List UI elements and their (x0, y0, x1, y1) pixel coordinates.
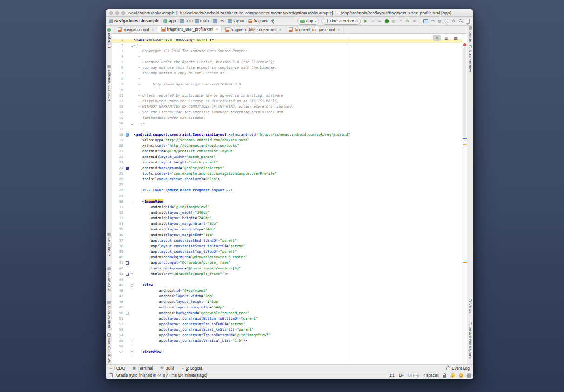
gradle-status-icon[interactable] (467, 373, 471, 378)
code-line[interactable]: 22 android:layout_width="match_parent" (112, 154, 462, 160)
color-white-gutter-icon[interactable] (126, 312, 129, 315)
tool-stripe-button-build-variants[interactable]: Build Variants (106, 301, 112, 328)
code-line[interactable]: 52 app:layout_constraintEnd_toEndOf="par… (112, 321, 462, 327)
code-line[interactable]: 13 ~ WITHOUT WARRANTIES OR CONDITIONS OF… (112, 104, 462, 110)
image-frame-gutter-icon[interactable] (126, 261, 129, 265)
code-line[interactable]: 30 <ImageView (112, 199, 462, 204)
tool-stripe-button-resource-manager[interactable]: Resource Manager (106, 65, 112, 101)
code-line[interactable]: 36 android:layout_marginEnd="8dp" (112, 232, 462, 238)
apply-changes-button[interactable]: ↻ (370, 18, 376, 24)
editor-scrollbar[interactable] (462, 34, 467, 364)
line-separator-widget[interactable]: LF (399, 373, 404, 378)
minimize-window-button[interactable] (115, 11, 119, 15)
code-line[interactable]: 40 android:background="@drawable/avatar_… (112, 255, 462, 260)
tab-navigation.xml[interactable]: navigation.xml× (114, 26, 158, 33)
indent-widget[interactable]: 4 spaces (423, 373, 439, 378)
code-line[interactable]: 17 (112, 126, 462, 132)
fold-marker-icon[interactable] (131, 340, 133, 342)
code-line[interactable]: 5 ~ Licensed under the Apache License, V… (112, 59, 462, 65)
code-view-button[interactable]: ≡ (433, 35, 441, 41)
tab-close-icon[interactable]: × (338, 27, 340, 32)
scrollbar-stripe-mark[interactable] (463, 144, 467, 145)
breadcrumb-item-layout[interactable]: layout (228, 19, 244, 23)
code-line[interactable]: 11 ~ Unless required by applicable law o… (112, 93, 462, 98)
fold-marker-icon[interactable] (131, 45, 133, 47)
code-line[interactable]: 3 ~ Copyright (C) 2018 The Android Open … (112, 48, 462, 54)
tab-fragment_title_screen.xml[interactable]: fragment_title_screen.xml× (222, 26, 285, 33)
assistant-button[interactable] (464, 18, 471, 24)
code-line[interactable]: 53 app:layout_constraintStart_toStartOf=… (112, 327, 462, 333)
code-line[interactable]: 48 android:layout_height="141dp" (112, 299, 462, 305)
code-line[interactable]: 56 (112, 344, 462, 349)
code-line[interactable]: 35 android:layout_marginTop="64dp" (112, 227, 462, 232)
fold-marker-icon[interactable] (131, 123, 133, 125)
tool-stripe-button-multi-preview[interactable]: Multi Preview (467, 45, 473, 72)
code-line[interactable]: 7 ~ You may obtain a copy of the License… (112, 71, 462, 76)
tab-close-icon[interactable]: × (216, 27, 218, 32)
code-line[interactable]: 50 android:background="@drawable/rounded… (112, 310, 462, 316)
code-line[interactable]: 57 <TextView (112, 349, 462, 355)
code-line[interactable]: 6 ~ you may not use this file except in … (112, 65, 462, 71)
tool-window-button-6-logcat[interactable]: ≡6: Logcat (182, 366, 202, 371)
code-line[interactable]: 18<android.support.constraint.Constraint… (112, 132, 462, 137)
zoom-window-button[interactable] (121, 11, 125, 15)
event-log-button[interactable]: Event Log (446, 366, 470, 371)
code-line[interactable]: 46 android:id="@+id/view2" (112, 288, 462, 294)
code-line[interactable]: 28 <!-- TODO: Update blank fragment layo… (112, 188, 462, 193)
gradle-make-button[interactable]: ↻ (405, 18, 411, 24)
fold-marker-icon[interactable] (131, 201, 133, 203)
code-line[interactable]: 15 ~ limitations under the License. (112, 115, 462, 121)
code-line[interactable]: 49 android:layout_marginTop="64dp" (112, 305, 462, 310)
code-line[interactable]: 37 app:layout_constraintEnd_toEndOf="par… (112, 238, 462, 243)
code-line[interactable]: 39 app:layout_constraintTop_toTopOf="par… (112, 249, 462, 255)
tool-stripe-button-2-favorites[interactable]: 2: Favorites (106, 267, 112, 291)
component-gutter-icon[interactable] (126, 133, 129, 137)
code-line[interactable]: 10 ~ (112, 87, 462, 93)
device-select[interactable]: Pixel 2 API 28 ▾ (321, 18, 361, 25)
code-line[interactable]: 33 android:layout_height="240dp" (112, 216, 462, 221)
code-line[interactable]: 14 ~ See the License for the specific la… (112, 110, 462, 115)
readonly-lock-icon[interactable] (443, 375, 446, 378)
code-line[interactable]: 1<?xml version="1.0" encoding="utf-8"?> (112, 39, 462, 43)
code-line[interactable]: 45 <View (112, 282, 462, 288)
layout-inspector-button[interactable]: ▭ (430, 18, 436, 24)
avd-manager-button[interactable] (444, 18, 450, 24)
fold-marker-icon[interactable] (131, 273, 133, 275)
code-line[interactable]: 55 app:layout_constraintVertical_bias="1… (112, 338, 462, 344)
tool-stripe-button-7-structure[interactable]: 7: Structure (106, 233, 112, 256)
breadcrumb-item-src[interactable]: src (180, 19, 191, 23)
tool-stripe-button-layout-captures[interactable]: Layout Captures (106, 333, 112, 366)
run-configurations-button[interactable]: ≡ (377, 18, 383, 24)
profile-apk-button[interactable]: ◍ (437, 18, 443, 24)
code-line[interactable]: 4 ~ (112, 54, 462, 59)
breadcrumb-item-app[interactable]: app (163, 19, 176, 23)
device-manager-button[interactable] (423, 18, 429, 24)
stop-button[interactable]: ■ (411, 18, 418, 24)
run-button[interactable]: ▶ (363, 18, 369, 24)
highlight-level-face-icon[interactable]: ☺ (451, 373, 455, 378)
split-view-button[interactable]: ▥ (442, 35, 450, 41)
debug-button[interactable] (384, 18, 390, 24)
code-line[interactable]: 26 tools:layout_editor_absoluteY="81dp"> (112, 176, 462, 182)
code-line[interactable]: 51 app:layout_constraintBottom_toBottomO… (112, 316, 462, 321)
scrollbar-stripe-mark[interactable] (463, 262, 467, 263)
code-line[interactable]: 25 tools:context="com.example.android.na… (112, 171, 462, 176)
code-line[interactable]: 24 android:background="@color/colorAccen… (112, 165, 462, 171)
tab-fragment_user_profile.xml[interactable]: fragment_user_profile.xml× (158, 26, 222, 33)
breadcrumb-item-main[interactable]: main (195, 19, 209, 23)
code-line[interactable]: 42 tools:background="@tools:sample/avata… (112, 266, 462, 271)
scrollbar-stripe-mark[interactable] (463, 138, 467, 139)
code-line[interactable]: 43 tools:src="@drawable/purple_frame" /> (112, 271, 462, 277)
breadcrumb-item-fragmen[interactable]: fragmen (248, 19, 268, 23)
title-bar[interactable]: NavigationBasicSample [~/Downloads/andro… (106, 9, 473, 17)
tab-close-icon[interactable]: × (279, 27, 281, 32)
code-line[interactable]: 27 (112, 182, 462, 188)
tool-stripe-button-gradle[interactable]: Gradle (467, 26, 473, 42)
fold-marker-icon[interactable] (131, 284, 133, 287)
profiler-button[interactable]: ◔ (398, 18, 404, 24)
code-line[interactable]: 47 android:layout_width="0dp" (112, 294, 462, 299)
image-frame-gutter-icon[interactable] (126, 273, 129, 276)
fold-marker-icon[interactable] (131, 351, 133, 353)
code-line[interactable]: 23 android:layout_height="match_parent" (112, 160, 462, 165)
tool-stripe-button-device-file-explorer[interactable]: Device File Explorer (467, 322, 473, 360)
